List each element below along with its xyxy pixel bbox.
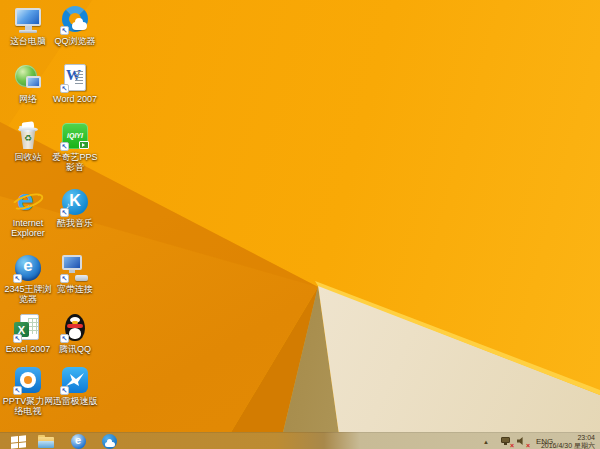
icon-label: Excel 2007 — [2, 344, 54, 354]
network-monitor-foot — [504, 443, 507, 445]
clock-time: 23:04 — [541, 434, 595, 442]
icon-label: 这台电脑 — [2, 36, 54, 46]
shortcut-arrow-icon: ↖ — [60, 142, 69, 151]
kuwo-music-icon: K ♪ ↖ — [60, 187, 90, 217]
folder-front — [38, 441, 54, 448]
iqiyi-icon: iQIYI ↖ — [60, 121, 90, 151]
ie-coin-icon: e — [71, 434, 86, 449]
qq-browser-icon: ↖ — [60, 5, 90, 35]
network-icon — [13, 63, 43, 93]
shortcut-arrow-icon: ↖ — [60, 208, 69, 217]
2345-browser-icon: e ↖ — [13, 253, 43, 283]
icon-label: 爱奇艺PPS影音 — [49, 152, 101, 172]
shortcut-arrow-icon: ↖ — [60, 84, 69, 93]
icon-label: 回收站 — [2, 152, 54, 162]
spreadsheet-grid — [28, 318, 38, 334]
monitor-screen — [15, 8, 41, 26]
taskbar-qq-browser-button[interactable] — [98, 433, 120, 449]
icon-label: PPTV聚力网络电视 — [2, 396, 54, 416]
desktop-icon-tencent-qq[interactable]: ↖ 腾讯QQ — [49, 313, 101, 354]
desktop-screen: 这台电脑 ↖ QQ浏览器 网络 W ↖ Word 2007 ♻ — [0, 0, 600, 449]
start-button[interactable] — [8, 433, 28, 449]
windows-logo-pane — [11, 442, 18, 448]
volume-muted-x: × — [526, 442, 530, 449]
this-pc-icon — [13, 5, 43, 35]
desktop-icon-excel-2007[interactable]: X ↖ Excel 2007 — [2, 313, 54, 354]
show-hidden-icons-button[interactable]: ▲ — [483, 439, 489, 445]
icon-label: Word 2007 — [49, 94, 101, 104]
desktop-icon-pptv[interactable]: ↖ PPTV聚力网络电视 — [2, 365, 54, 416]
shortcut-arrow-icon: ↖ — [60, 26, 69, 35]
recycle-symbol-icon: ♻ — [13, 134, 43, 143]
icon-label: QQ浏览器 — [49, 36, 101, 46]
taskbar: e ▲ × × ENG 23:04 2016/4/30 星期六 — [0, 432, 600, 449]
desktop-icon-recycle-bin[interactable]: ♻ 回收站 — [2, 121, 54, 162]
shortcut-arrow-icon: ↖ — [60, 386, 69, 395]
windows-logo-icon — [11, 435, 26, 449]
word-2007-icon: W ↖ — [60, 63, 90, 93]
monitor-shape — [26, 76, 41, 88]
recycle-bin-icon: ♻ — [13, 121, 43, 151]
qq-penguin-icon: ↖ — [60, 313, 90, 343]
browser-letter: e — [13, 256, 43, 276]
tv-play-glyph — [79, 141, 89, 149]
desktop-icon-this-pc[interactable]: 这台电脑 — [2, 5, 54, 46]
monitor-stand — [69, 270, 75, 273]
penguin-belly — [69, 328, 81, 339]
iqiyi-logo-text: iQIYI — [60, 132, 90, 139]
monitor-shape — [62, 255, 82, 270]
icon-label: 酷我音乐 — [49, 218, 101, 228]
desktop-icon-iqiyi[interactable]: iQIYI ↖ 爱奇艺PPS影音 — [49, 121, 101, 172]
clock[interactable]: 23:04 2016/4/30 星期六 — [541, 434, 595, 449]
desktop-icon-qq-browser[interactable]: ↖ QQ浏览器 — [49, 5, 101, 46]
qq-browser-coin-icon — [102, 434, 117, 449]
cloud-shape — [72, 22, 87, 30]
shortcut-arrow-icon: ↖ — [13, 274, 22, 283]
icon-label: 宽带连接 — [49, 284, 101, 294]
speaker-glyph — [517, 437, 525, 445]
network-disconnected-x: × — [510, 442, 514, 449]
folder-icon — [38, 435, 54, 448]
desktop-icon-word-2007[interactable]: W ↖ Word 2007 — [49, 63, 101, 104]
desktop-icon-2345-browser[interactable]: e ↖ 2345王牌浏览器 — [2, 253, 54, 304]
shortcut-arrow-icon: ↖ — [13, 386, 22, 395]
shortcut-arrow-icon: ↖ — [60, 334, 69, 343]
icon-label: 网络 — [2, 94, 54, 104]
windows-logo-pane — [11, 436, 18, 442]
ie-letter: e — [71, 434, 86, 446]
desktop-icon-kuwo-music[interactable]: K ♪ ↖ 酷我音乐 — [49, 187, 101, 228]
network-status-icon[interactable]: × — [501, 437, 512, 447]
desktop-icon-internet-explorer[interactable]: e Internet Explorer — [2, 187, 54, 238]
shortcut-arrow-icon: ↖ — [60, 274, 69, 283]
broadband-connection-icon: ↖ — [60, 253, 90, 283]
internet-explorer-icon: e — [13, 187, 43, 217]
thunder-icon: ↖ — [60, 365, 90, 395]
windows-logo-pane — [19, 441, 26, 447]
desktop-icon-thunder[interactable]: ↖ 迅雷极速版 — [49, 365, 101, 406]
taskbar-file-explorer-button[interactable] — [36, 433, 56, 449]
orange-dot — [24, 376, 32, 384]
penguin-scarf — [67, 324, 83, 328]
desktop-icon-network[interactable]: 网络 — [2, 63, 54, 104]
shortcut-arrow-icon: ↖ — [13, 334, 22, 343]
document-lines — [75, 71, 83, 84]
icon-label: 迅雷极速版 — [49, 396, 101, 406]
icon-label: 2345王牌浏览器 — [2, 284, 54, 304]
icon-label: 腾讯QQ — [49, 344, 101, 354]
cloud-shape — [105, 442, 115, 447]
icon-label: Internet Explorer — [2, 218, 54, 238]
pptv-icon: ↖ — [13, 365, 43, 395]
desktop-icon-broadband[interactable]: ↖ 宽带连接 — [49, 253, 101, 294]
monitor-base — [19, 30, 37, 33]
taskbar-internet-explorer-button[interactable]: e — [68, 433, 88, 449]
volume-muted-icon[interactable]: × — [517, 437, 528, 447]
windows-logo-pane — [19, 435, 26, 441]
clock-date: 2016/4/30 星期六 — [541, 442, 595, 449]
excel-2007-icon: X ↖ — [13, 313, 43, 343]
modem-shape — [75, 275, 88, 281]
